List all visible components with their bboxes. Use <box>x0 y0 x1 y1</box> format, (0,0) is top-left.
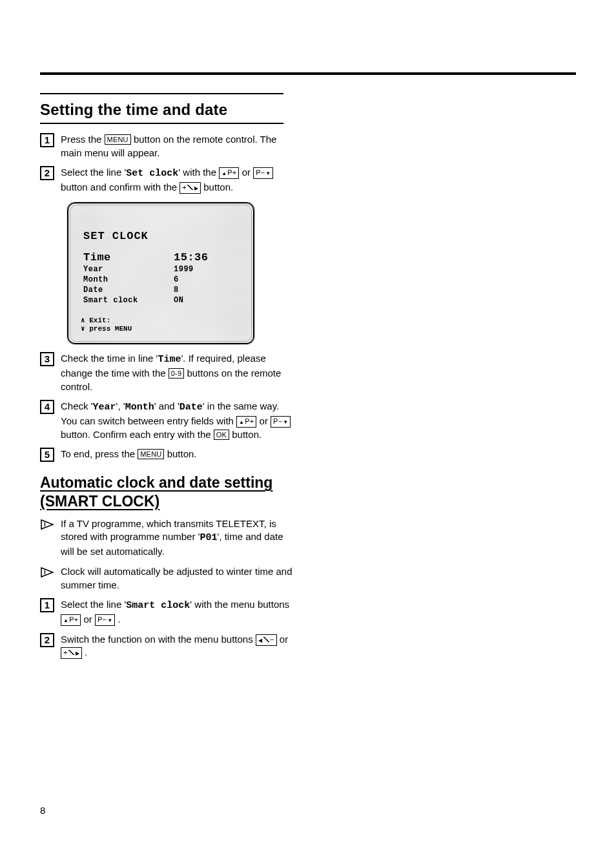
screen-value: 8 <box>174 286 232 295</box>
text: or <box>260 415 271 426</box>
mono-text: P01 <box>200 532 217 543</box>
mono-text: Time <box>158 354 181 365</box>
step-1: 1 Press the MENU button on the remote co… <box>40 133 293 160</box>
step-2-2: 2 Switch the function on with the menu b… <box>40 633 293 659</box>
screen-label: Year <box>83 265 174 274</box>
step-body: Select the line 'Set clock' with the P+ … <box>61 166 293 194</box>
step-body: If a TV programme, which transmits TELET… <box>61 517 293 559</box>
text: ', ' <box>116 400 125 411</box>
screen-label: Smart clock <box>83 296 174 305</box>
screen-value: ON <box>174 296 232 305</box>
screen-footer-line: ∧ Exit: <box>81 317 242 325</box>
svg-marker-0 <box>41 520 53 529</box>
step-number: 2 <box>40 633 54 647</box>
ok-button-icon: OK <box>214 430 229 440</box>
p-minus-button-icon: P− <box>253 167 273 179</box>
step-number: 5 <box>40 448 54 462</box>
step-body: To end, press the MENU button. <box>61 448 293 461</box>
section-title-2: Automatic clock and date setting (SMART … <box>40 473 293 511</box>
screen-label: Time <box>83 251 174 264</box>
text: or <box>280 634 288 645</box>
step-body: Clock will automatically be adjusted to … <box>61 565 293 592</box>
step-number: 3 <box>40 352 54 366</box>
text: ' with the <box>178 167 219 178</box>
info-2: i Clock will automatically be adjusted t… <box>40 565 293 592</box>
p-plus-button-icon: P+ <box>236 416 256 428</box>
mono-text: Smart clock <box>126 600 190 611</box>
step-number: 1 <box>40 598 54 612</box>
mono-text: Month <box>125 402 154 413</box>
text: Select the line ' <box>61 167 126 178</box>
step-number: 1 <box>40 133 54 147</box>
screen-footer: ∧ Exit: ∨ press MENU <box>81 317 242 333</box>
top-rule <box>40 72 576 75</box>
screen: SET CLOCK Time 15:36 Year 1999 Month 6 D… <box>67 202 254 344</box>
step-body: Check 'Year', 'Month' and 'Date' in the … <box>61 400 293 441</box>
step-body: Press the MENU button on the remote cont… <box>61 133 293 160</box>
text: Switch the function on with the menu but… <box>61 634 256 645</box>
right-plus-button-icon: + <box>61 647 82 659</box>
text: button. <box>167 448 197 459</box>
screen-value: 6 <box>174 275 232 284</box>
section-rule-under <box>40 123 283 124</box>
text: ' with the menu buttons <box>190 599 289 610</box>
info-1: i If a TV programme, which transmits TEL… <box>40 517 293 559</box>
left-minus-button-icon: − <box>256 634 277 646</box>
text: To end, press the <box>61 448 138 459</box>
text: button and confirm with the <box>61 182 180 192</box>
p-minus-button-icon: P− <box>271 416 291 428</box>
info-icon: i <box>40 566 54 579</box>
step-body: Check the time in line 'Time'. If requir… <box>61 352 293 393</box>
p-plus-button-icon: P+ <box>61 614 81 626</box>
step-3: 3 Check the time in line 'Time'. If requ… <box>40 352 293 393</box>
text: Check ' <box>61 400 93 411</box>
step-2: 2 Select the line 'Set clock' with the P… <box>40 166 293 194</box>
svg-text:i: i <box>44 521 46 528</box>
text: Check the time in line ' <box>61 353 158 364</box>
step-body: Select the line 'Smart clock' with the m… <box>61 598 293 626</box>
p-minus-button-icon: P− <box>95 614 115 626</box>
menu-button-icon: MENU <box>105 134 131 145</box>
step-body: Switch the function on with the menu but… <box>61 633 293 659</box>
text: or <box>83 614 95 625</box>
step-5: 5 To end, press the MENU button. <box>40 448 293 462</box>
mono-text: Set clock <box>126 168 178 179</box>
screen-footer-line: ∨ press MENU <box>81 325 242 333</box>
text: Press the <box>61 134 105 145</box>
section-title-1: Setting the time and date <box>40 101 293 119</box>
p-plus-button-icon: P+ <box>219 167 239 179</box>
right-plus-button-icon: + <box>180 182 201 194</box>
info-icon: i <box>40 518 54 531</box>
digits-button-icon: 0-9 <box>169 368 185 379</box>
mono-text: Year <box>93 402 116 413</box>
text: button. <box>203 182 233 192</box>
text: ' and ' <box>154 400 180 411</box>
step-4: 4 Check 'Year', 'Month' and 'Date' in th… <box>40 400 293 441</box>
text: button. <box>232 429 262 440</box>
svg-marker-2 <box>41 568 53 577</box>
screen-label: Date <box>83 286 174 295</box>
text: Clock will automatically be adjusted to … <box>61 566 293 590</box>
text: button. Confirm each entry with the <box>61 429 214 440</box>
text: . <box>85 647 87 658</box>
screen-value: 1999 <box>174 265 232 274</box>
text: Select the line ' <box>61 599 126 610</box>
step-2-1: 1 Select the line 'Smart clock' with the… <box>40 598 293 626</box>
section-rule <box>40 93 283 94</box>
step-number: 2 <box>40 166 54 180</box>
screen-illustration: SET CLOCK Time 15:36 Year 1999 Month 6 D… <box>67 202 293 344</box>
text: . <box>118 614 120 625</box>
screen-title: SET CLOCK <box>83 230 242 242</box>
text: or <box>242 167 254 178</box>
screen-label: Month <box>83 275 174 284</box>
menu-button-icon: MENU <box>138 449 164 459</box>
svg-text:i: i <box>44 568 46 576</box>
screen-value: 15:36 <box>174 251 232 264</box>
mono-text: Date <box>180 402 203 413</box>
step-number: 4 <box>40 400 54 414</box>
screen-table: Time 15:36 Year 1999 Month 6 Date 8 Smar… <box>83 251 242 305</box>
